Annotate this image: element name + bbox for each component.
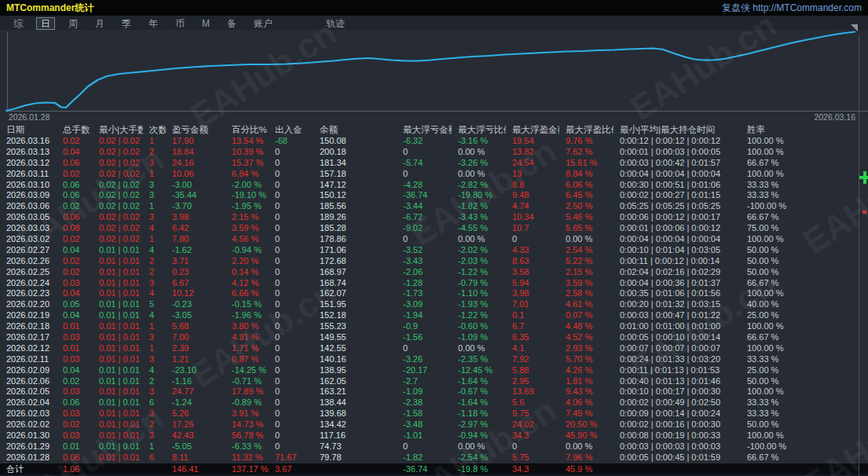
cell-max-float-profit-pct: 7.96 %: [559, 452, 613, 463]
table-row[interactable]: 2026.02.110.030.01 | 0.0131.210.87 %0140…: [0, 354, 859, 365]
cell-cash-flow: 0: [269, 430, 313, 441]
table-row[interactable]: 2026.02.060.020.01 | 0.012-1.16-0.71 %01…: [0, 376, 859, 387]
table-row[interactable]: 2026.02.200.050.01 | 0.015-0.23-0.15 %01…: [0, 299, 859, 310]
cell-total-lots: 0.03: [57, 408, 93, 419]
cell-max-float-loss: -3.52: [397, 245, 452, 256]
total-cell-win-rate: [741, 463, 868, 475]
table-row[interactable]: 2026.02.020.020.01 | 0.01217.2614.73 %01…: [0, 419, 859, 430]
cell-hold-time: 0:00:08 | 0:00:19 | 0:00:33: [613, 430, 741, 441]
table-row[interactable]: 2026.02.180.010.01 | 0.0115.683.80 %0155…: [0, 321, 859, 332]
table-row[interactable]: 2026.03.120.060.02 | 0.02324.1615.37 %01…: [0, 158, 859, 169]
menu-item-9[interactable]: 账户: [250, 17, 277, 30]
cell-max-float-loss: -1.73: [397, 288, 452, 299]
cell-pct: -0.94 %: [225, 245, 269, 256]
total-cell-max-float-loss-pct: -19.8 %: [452, 463, 506, 475]
menu-item-2[interactable]: 周: [64, 17, 82, 30]
table-row[interactable]: 2026.03.160.020.02 | 0.02117.9013.54 %-6…: [0, 136, 859, 147]
cell-max-float-loss-pct: -1.82 %: [452, 201, 506, 212]
cell-date: 2026.02.18: [0, 321, 57, 332]
cell-max-float-loss-pct: -3.16 %: [452, 136, 506, 147]
cell-cash-flow: 0: [269, 169, 313, 180]
cell-max-float-profit: 9.48: [506, 190, 559, 201]
cell-cash-flow: 0: [269, 386, 313, 397]
cell-min-max-lots: 0.01 | 0.01: [93, 288, 143, 299]
cell-max-float-profit: 0: [506, 441, 559, 452]
cell-max-float-loss: -36.74: [397, 190, 452, 201]
table-row[interactable]: 2026.03.060.020.02 | 0.021-3.70-1.95 %01…: [0, 201, 859, 212]
cell-min-max-lots: 0.01 | 0.01: [93, 343, 143, 354]
menu-item-1[interactable]: 日: [36, 17, 55, 30]
cell-max-float-profit: 7.01: [506, 299, 559, 310]
cell-total-lots: 0.02: [57, 136, 93, 147]
cell-max-float-loss: -6.72: [397, 212, 452, 223]
cell-pnl: 1.21: [166, 354, 225, 365]
table-row[interactable]: 2026.02.270.040.01 | 0.014-1.62-0.94 %01…: [0, 245, 859, 256]
cell-max-float-profit: 13.82: [506, 147, 559, 158]
table-row[interactable]: 2026.01.280.060.01 | 0.0168.1111.32 %71.…: [0, 452, 859, 463]
table-row[interactable]: 2026.03.050.060.02 | 0.0233.982.15 %0189…: [0, 212, 859, 223]
cell-date: 2026.03.03: [0, 223, 57, 234]
cell-max-float-profit: 24.02: [506, 419, 559, 430]
cell-date: 2026.02.17: [0, 332, 57, 343]
menu-item-4[interactable]: 季: [118, 17, 135, 30]
cell-max-float-loss-pct: -3.26 %: [452, 158, 506, 169]
cell-hold-time: 0:00:02 | 0:00:27 | 0:01:15: [613, 190, 741, 201]
cell-max-float-loss-pct: -0.94 %: [452, 430, 506, 441]
brand-link[interactable]: 复盘侠 http://MTCommander.com: [722, 0, 862, 16]
cell-max-float-profit-pct: 2.93 %: [559, 343, 613, 354]
table-row[interactable]: 2026.03.020.020.02 | 0.0217.804.56 %0178…: [0, 234, 859, 245]
cell-max-float-profit-pct: 7.62 %: [559, 147, 613, 158]
cell-max-float-profit-pct: 7.45 %: [559, 408, 613, 419]
cell-max-float-profit: 4.1: [506, 343, 559, 354]
table-row[interactable]: 2026.02.230.040.01 | 0.01410.126.66 %016…: [0, 288, 859, 299]
total-cell-min-max-lots: [93, 463, 143, 475]
table-row[interactable]: 2026.03.110.020.02 | 0.02110.066.84 %015…: [0, 169, 859, 180]
cell-min-max-lots: 0.01 | 0.01: [93, 354, 143, 365]
menu-item-8[interactable]: 备: [223, 17, 240, 30]
table-row[interactable]: 2026.02.090.040.01 | 0.014-23.10-14.25 %…: [0, 365, 859, 376]
cell-pct: 56.78 %: [225, 430, 269, 441]
cell-hold-time: 0:05:25 | 0:05:25 | 0:05:25: [613, 201, 741, 212]
menu-item-3[interactable]: 月: [91, 17, 108, 30]
cell-date: 2026.02.25: [0, 267, 57, 278]
table-row[interactable]: 2026.02.120.010.01 | 0.0112.391.71 %0142…: [0, 343, 859, 354]
header-pnl: 盈亏金额: [166, 123, 225, 136]
table-row[interactable]: 2026.02.050.030.01 | 0.01324.7717.89 %01…: [0, 386, 859, 397]
table-row[interactable]: 2026.03.030.080.02 | 0.0246.423.59 %0185…: [0, 223, 859, 234]
menu-item-10[interactable]: 轨迹: [322, 17, 349, 30]
table-row[interactable]: 2026.01.290.010.01 | 0.011-5.05-6.33 %07…: [0, 441, 859, 452]
cell-balance: 139.68: [313, 408, 397, 419]
menu-item-0[interactable]: 综: [9, 17, 27, 30]
cell-cash-flow: 0: [269, 278, 313, 289]
menu-item-7[interactable]: M: [198, 17, 214, 30]
cell-hold-time: 0:00:05 | 0:00:10 | 0:00:14: [613, 332, 741, 343]
table-row[interactable]: 2026.02.030.030.01 | 0.0135.263.91 %0139…: [0, 408, 859, 419]
table-row[interactable]: 2026.03.090.060.02 | 0.023-35.44-19.10 %…: [0, 190, 859, 201]
cell-max-float-loss: -4.28: [397, 180, 452, 191]
cell-max-float-profit-pct: 2.15 %: [559, 267, 613, 278]
chart-corner-marker: [851, 24, 858, 31]
cell-date: 2026.02.06: [0, 376, 57, 387]
cell-pnl: 5.68: [166, 321, 225, 332]
table-row[interactable]: 2026.02.170.030.01 | 0.0137.004.91 %0149…: [0, 332, 859, 343]
cell-min-max-lots: 0.02 | 0.02: [93, 201, 143, 212]
right-scrollbar-track[interactable]: [859, 35, 868, 476]
table-row[interactable]: 2026.03.100.060.02 | 0.023-3.00-2.00 %01…: [0, 180, 859, 191]
cell-pnl: -35.44: [166, 190, 225, 201]
table-row[interactable]: 2026.02.040.060.01 | 0.016-1.24-0.89 %01…: [0, 397, 859, 408]
table-row[interactable]: 2026.03.130.040.02 | 0.02218.8410.39 %02…: [0, 147, 859, 158]
cell-pct: 3.59 %: [225, 223, 269, 234]
menu-item-6[interactable]: 币: [171, 17, 189, 30]
table-row[interactable]: 2026.02.240.030.01 | 0.0136.674.12 %0168…: [0, 278, 859, 289]
table-row[interactable]: 2026.02.250.020.01 | 0.0120.230.14 %0168…: [0, 267, 859, 278]
cell-hold-time: 0:00:03 | 0:00:42 | 0:01:57: [613, 158, 741, 169]
table-row[interactable]: 2026.01.300.030.01 | 0.01342.4356.78 %01…: [0, 430, 859, 441]
table-row[interactable]: 2026.02.260.020.01 | 0.0123.712.20 %0172…: [0, 256, 859, 267]
cell-pnl: 0.23: [166, 267, 225, 278]
cell-total-lots: 0.01: [57, 343, 93, 354]
table-row[interactable]: 2026.02.190.040.01 | 0.014-3.05-1.96 %01…: [0, 310, 859, 321]
cell-balance: 138.95: [313, 365, 397, 376]
cell-date: 2026.03.02: [0, 234, 57, 245]
cell-total-lots: 0.03: [57, 430, 93, 441]
menu-item-5[interactable]: 年: [145, 17, 162, 30]
